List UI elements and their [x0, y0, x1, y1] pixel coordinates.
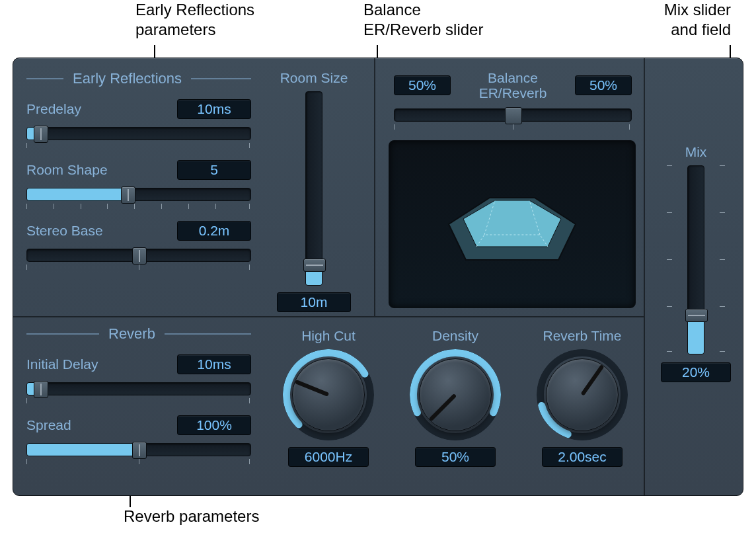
mix-slider[interactable] — [687, 165, 704, 354]
balance-label: Balance ER/Reverb — [479, 70, 547, 101]
high-cut-knob[interactable] — [283, 349, 374, 440]
callout-mix: Mix slider and field — [625, 0, 731, 40]
callout-balance: Balance ER/Reverb slider — [363, 0, 535, 40]
stereo-base-value[interactable]: 0.2m — [177, 221, 251, 241]
room-shape-slider[interactable] — [26, 188, 251, 201]
spread-label: Spread — [26, 417, 71, 433]
balance-er-value[interactable]: 50% — [394, 75, 451, 95]
balance-slider[interactable] — [394, 108, 632, 122]
stereo-base-slider[interactable] — [26, 249, 251, 262]
stereo-base-label: Stereo Base — [26, 223, 103, 239]
room-shape-label: Room Shape — [26, 162, 108, 178]
high-cut-value[interactable]: 6000Hz — [288, 447, 369, 467]
density-knob[interactable] — [410, 349, 501, 440]
reverb-title: Reverb — [108, 325, 155, 343]
predelay-slider[interactable] — [26, 127, 251, 140]
room-size-slider[interactable] — [305, 91, 322, 286]
mix-label: Mix — [653, 144, 739, 160]
room-shape-preview — [389, 140, 636, 308]
room-shape-value[interactable]: 5 — [177, 160, 251, 180]
early-reflections-title: Early Reflections — [73, 70, 182, 87]
reverb-time-label: Reverb Time — [526, 328, 638, 344]
reverb-time-value[interactable]: 2.00sec — [542, 447, 623, 467]
initial-delay-value[interactable]: 10ms — [177, 354, 251, 374]
room-size-value[interactable]: 10m — [277, 292, 351, 312]
predelay-value[interactable]: 10ms — [177, 99, 251, 119]
density-value[interactable]: 50% — [415, 447, 496, 467]
high-cut-label: High Cut — [272, 328, 385, 344]
mix-value[interactable]: 20% — [661, 362, 731, 382]
spread-slider[interactable] — [26, 443, 251, 456]
balance-reverb-value[interactable]: 50% — [575, 75, 632, 95]
initial-delay-slider[interactable] — [26, 382, 251, 395]
reverb-time-knob[interactable] — [537, 349, 628, 440]
callout-early-reflections: Early Reflections parameters — [135, 0, 307, 40]
room-size-label: Room Size — [264, 70, 363, 86]
predelay-label: Predelay — [26, 101, 81, 117]
callout-reverb: Reverb parameters — [124, 507, 322, 526]
reverb-plugin-panel: Early Reflections Predelay 10ms Room Sha… — [13, 58, 743, 496]
spread-value[interactable]: 100% — [177, 415, 251, 435]
initial-delay-label: Initial Delay — [26, 356, 98, 372]
density-label: Density — [399, 328, 511, 344]
